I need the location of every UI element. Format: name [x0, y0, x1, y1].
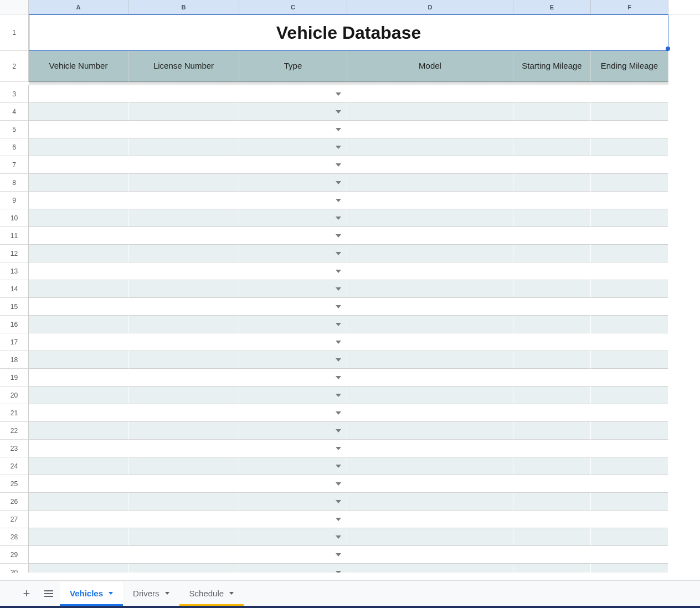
cell-A12[interactable] — [29, 245, 128, 262]
cell-C30[interactable] — [239, 564, 347, 573]
cell-E30[interactable] — [513, 564, 591, 573]
cell-B6[interactable] — [128, 138, 239, 156]
row-header-5[interactable]: 5 — [0, 121, 29, 138]
dropdown-caret-icon[interactable] — [336, 465, 341, 468]
cell-E20[interactable] — [513, 387, 591, 404]
cell-C26[interactable] — [239, 493, 347, 511]
header-starting-mileage[interactable]: Starting Mileage — [513, 51, 591, 82]
cell-C11[interactable] — [239, 227, 347, 245]
dropdown-caret-icon[interactable] — [336, 376, 341, 379]
header-ending-mileage[interactable]: Ending Mileage — [591, 51, 668, 82]
cell-C23[interactable] — [239, 440, 347, 457]
cell-B5[interactable] — [128, 121, 239, 138]
cell-D19[interactable] — [347, 369, 513, 387]
cell-C27[interactable] — [239, 511, 347, 528]
cell-A26[interactable] — [29, 493, 128, 511]
cell-F25[interactable] — [591, 475, 668, 493]
cell-F5[interactable] — [591, 121, 668, 138]
cell-D9[interactable] — [347, 192, 513, 209]
cell-D26[interactable] — [347, 493, 513, 511]
chevron-down-icon[interactable] — [229, 592, 234, 595]
cell-F15[interactable] — [591, 298, 668, 316]
dropdown-caret-icon[interactable] — [336, 287, 341, 291]
cell-C16[interactable] — [239, 316, 347, 333]
cell-F30[interactable] — [591, 564, 668, 573]
cell-B16[interactable] — [128, 316, 239, 333]
cell-F23[interactable] — [591, 440, 668, 457]
cell-F21[interactable] — [591, 404, 668, 422]
dropdown-caret-icon[interactable] — [336, 535, 341, 539]
cell-C6[interactable] — [239, 138, 347, 156]
selection-handle-icon[interactable] — [666, 47, 670, 51]
row-header-8[interactable]: 8 — [0, 174, 29, 192]
cell-B20[interactable] — [128, 387, 239, 404]
cell-D21[interactable] — [347, 404, 513, 422]
row-header-14[interactable]: 14 — [0, 280, 29, 298]
row-header-15[interactable]: 15 — [0, 298, 29, 316]
cell-A16[interactable] — [29, 316, 128, 333]
row-header-3[interactable]: 3 — [0, 85, 29, 103]
chevron-down-icon[interactable] — [109, 592, 113, 595]
cell-D14[interactable] — [347, 280, 513, 298]
cell-C17[interactable] — [239, 333, 347, 351]
cell-B13[interactable] — [128, 262, 239, 280]
dropdown-caret-icon[interactable] — [336, 518, 341, 521]
cell-B8[interactable] — [128, 174, 239, 192]
row-header-28[interactable]: 28 — [0, 528, 29, 546]
dropdown-caret-icon[interactable] — [336, 234, 341, 238]
cell-D5[interactable] — [347, 121, 513, 138]
add-sheet-button[interactable]: + — [16, 583, 38, 605]
cell-D28[interactable] — [347, 528, 513, 546]
column-header-A[interactable]: A — [29, 0, 128, 14]
cell-F12[interactable] — [591, 245, 668, 262]
row-header-13[interactable]: 13 — [0, 262, 29, 280]
cell-F3[interactable] — [591, 85, 668, 103]
cell-E6[interactable] — [513, 138, 591, 156]
cell-B26[interactable] — [128, 493, 239, 511]
cell-A18[interactable] — [29, 351, 128, 369]
sheet-tab-schedule[interactable]: Schedule — [179, 582, 244, 605]
cell-E19[interactable] — [513, 369, 591, 387]
cell-A24[interactable] — [29, 457, 128, 475]
cell-E8[interactable] — [513, 174, 591, 192]
cell-B25[interactable] — [128, 475, 239, 493]
dropdown-caret-icon[interactable] — [336, 92, 341, 96]
cell-A22[interactable] — [29, 422, 128, 440]
cell-B23[interactable] — [128, 440, 239, 457]
cell-D24[interactable] — [347, 457, 513, 475]
cell-E29[interactable] — [513, 546, 591, 564]
cell-A5[interactable] — [29, 121, 128, 138]
sheet-tab-vehicles[interactable]: Vehicles — [60, 582, 123, 605]
dropdown-caret-icon[interactable] — [336, 341, 341, 344]
row-header-2[interactable]: 2 — [0, 51, 29, 82]
cell-C3[interactable] — [239, 85, 347, 103]
cell-D30[interactable] — [347, 564, 513, 573]
cell-B10[interactable] — [128, 209, 239, 227]
cell-F6[interactable] — [591, 138, 668, 156]
cell-E15[interactable] — [513, 298, 591, 316]
cell-B11[interactable] — [128, 227, 239, 245]
dropdown-caret-icon[interactable] — [336, 358, 341, 362]
cell-D17[interactable] — [347, 333, 513, 351]
cell-B3[interactable] — [128, 85, 239, 103]
cell-C7[interactable] — [239, 156, 347, 174]
column-header-C[interactable]: C — [239, 0, 347, 14]
cell-F11[interactable] — [591, 227, 668, 245]
cell-E12[interactable] — [513, 245, 591, 262]
cell-C8[interactable] — [239, 174, 347, 192]
cell-D22[interactable] — [347, 422, 513, 440]
cell-E13[interactable] — [513, 262, 591, 280]
row-header-20[interactable]: 20 — [0, 387, 29, 404]
cell-D27[interactable] — [347, 511, 513, 528]
header-vehicle-number[interactable]: Vehicle Number — [29, 51, 128, 82]
row-header-26[interactable]: 26 — [0, 493, 29, 511]
cell-D16[interactable] — [347, 316, 513, 333]
dropdown-caret-icon[interactable] — [336, 252, 341, 255]
cell-C29[interactable] — [239, 546, 347, 564]
cell-E4[interactable] — [513, 103, 591, 121]
cell-C5[interactable] — [239, 121, 347, 138]
select-all-cell[interactable] — [0, 0, 29, 14]
cell-E9[interactable] — [513, 192, 591, 209]
dropdown-caret-icon[interactable] — [336, 163, 341, 167]
row-header-25[interactable]: 25 — [0, 475, 29, 493]
